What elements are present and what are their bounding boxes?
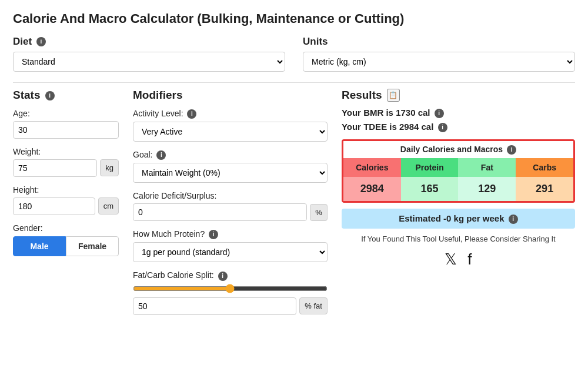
fatcarb-group: Fat/Carb Calorie Split: i % fat <box>133 270 328 314</box>
units-section: Units Metric (kg, cm) Imperial (lb, in) <box>303 36 575 72</box>
fat-header: Fat <box>458 158 516 177</box>
macros-box: Daily Calories and Macros i Calories Pro… <box>342 139 575 203</box>
weight-input[interactable] <box>13 159 97 177</box>
fatcarb-input[interactable] <box>133 297 296 315</box>
results-title: Results <box>342 89 382 102</box>
copy-icon[interactable]: 📋 <box>387 89 400 102</box>
goal-select[interactable]: Maintain Weight (0%) Bulk (+10%) Cut (-1… <box>133 163 328 183</box>
weight-unit: kg <box>100 159 119 176</box>
calories-header: Calories <box>343 158 401 177</box>
age-input[interactable] <box>13 121 119 139</box>
carbs-value: 291 <box>516 177 573 201</box>
facebook-icon[interactable]: f <box>467 250 472 269</box>
deficit-input[interactable] <box>133 203 307 221</box>
weight-label: Weight: <box>13 147 119 156</box>
fatcarb-info-icon[interactable]: i <box>218 272 228 281</box>
diet-section: Diet i Standard Keto High Protein <box>13 36 285 72</box>
activity-label: Activity Level: <box>133 109 183 118</box>
page-title: Calorie And Macro Calculator (Bulking, M… <box>13 11 575 28</box>
fatcarb-unit: % fat <box>299 297 328 314</box>
sharing-text: If You Found This Tool Useful, Please Co… <box>342 233 575 245</box>
results-section: Results 📋 Your BMR is 1730 cal i Your TD… <box>342 89 575 323</box>
units-select[interactable]: Metric (kg, cm) Imperial (lb, in) <box>303 52 575 72</box>
protein-header: Protein <box>401 158 459 177</box>
modifiers-section: Modifiers Activity Level: i Sedentary Li… <box>133 89 328 323</box>
activity-select[interactable]: Sedentary Lightly Active Moderately Acti… <box>133 122 328 142</box>
protein-label: How Much Protein? <box>133 229 205 239</box>
fatcarb-slider[interactable] <box>133 284 328 293</box>
tdee-info-icon[interactable]: i <box>438 123 447 132</box>
protein-group: How Much Protein? i 1g per pound (standa… <box>133 229 328 262</box>
fat-value: 129 <box>458 177 516 201</box>
male-button[interactable]: Male <box>13 236 66 256</box>
modifiers-title: Modifiers <box>133 89 328 102</box>
units-label: Units <box>303 36 575 48</box>
twitter-icon[interactable]: 𝕏 <box>445 250 457 269</box>
carbs-header: Carbs <box>516 158 573 177</box>
macros-header: Calories Protein Fat Carbs <box>343 158 573 177</box>
estimated-box: Estimated -0 kg per week i <box>342 209 575 229</box>
activity-info-icon[interactable]: i <box>187 109 196 119</box>
calories-value: 2984 <box>343 177 401 201</box>
macros-values: 2984 165 129 291 <box>343 177 573 201</box>
diet-label: Diet i <box>13 36 285 48</box>
age-label: Age: <box>13 109 119 118</box>
stats-title: Stats <box>13 89 40 101</box>
height-unit: cm <box>98 197 119 215</box>
goal-group: Goal: i Maintain Weight (0%) Bulk (+10%)… <box>133 150 328 183</box>
tdee-text: Your TDEE is 2984 cal <box>342 122 433 132</box>
fatcarb-label: Fat/Carb Calorie Split: <box>133 270 214 280</box>
goal-label: Goal: <box>133 150 152 159</box>
age-field-group: Age: <box>13 109 119 139</box>
height-input[interactable] <box>13 197 95 215</box>
height-field-group: Height: cm <box>13 185 119 215</box>
goal-info-icon[interactable]: i <box>156 150 166 160</box>
deficit-label: Calorie Deficit/Surplus: <box>133 191 328 200</box>
stats-section: Stats i Age: Weight: kg Height: cm Gende… <box>13 89 119 323</box>
height-label: Height: <box>13 185 119 195</box>
protein-info-icon[interactable]: i <box>209 230 218 239</box>
protein-value: 165 <box>401 177 459 201</box>
deficit-unit: % <box>310 204 328 221</box>
gender-label: Gender: <box>13 223 119 233</box>
weight-field-group: Weight: kg <box>13 147 119 177</box>
estimated-info-icon[interactable]: i <box>509 215 518 224</box>
bmr-info-icon[interactable]: i <box>435 109 444 118</box>
protein-select[interactable]: 1g per pound (standard) 0.8g per pound 1… <box>133 242 328 262</box>
diet-select[interactable]: Standard Keto High Protein <box>13 52 285 72</box>
activity-group: Activity Level: i Sedentary Lightly Acti… <box>133 109 328 142</box>
gender-field-group: Gender: Male Female <box>13 223 119 256</box>
bmr-text: Your BMR is 1730 cal <box>342 108 430 118</box>
stats-info-icon[interactable]: i <box>45 91 55 100</box>
diet-info-icon[interactable]: i <box>36 37 46 46</box>
daily-title: Daily Calories and Macros <box>400 145 503 154</box>
social-icons: 𝕏 f <box>342 250 575 269</box>
deficit-group: Calorie Deficit/Surplus: % <box>133 191 328 221</box>
daily-info-icon[interactable]: i <box>507 145 516 155</box>
estimated-text: Estimated -0 kg per week <box>399 213 504 223</box>
female-button[interactable]: Female <box>66 236 119 256</box>
